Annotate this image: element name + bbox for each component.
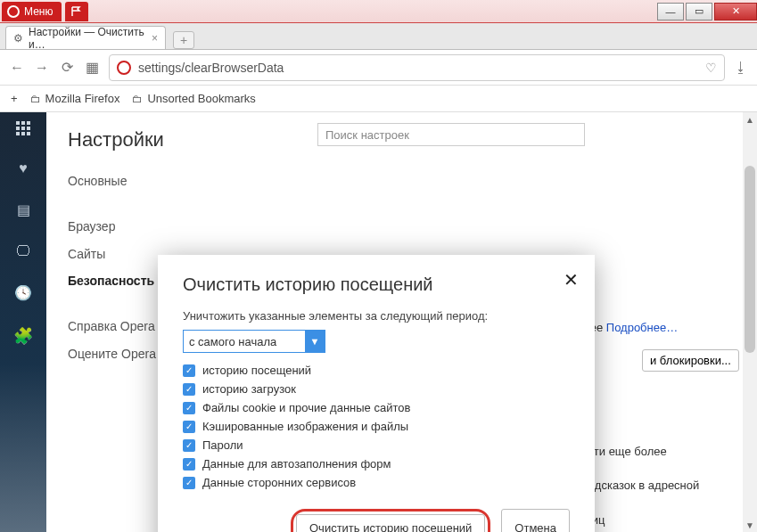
content-area: ♥ ▤ 🖵 🕓 🧩 Настройки Поиск настроек Основ… <box>0 112 757 532</box>
history-icon[interactable]: 🕓 <box>14 284 32 301</box>
option-passwords[interactable]: ✓Пароли <box>183 438 570 452</box>
folder-icon: 🗀 <box>30 93 41 105</box>
opera-badge-icon <box>117 61 131 75</box>
close-button[interactable]: ✕ <box>714 3 757 20</box>
screen-icon[interactable]: 🖵 <box>16 243 30 259</box>
extensions-icon[interactable]: 🧩 <box>13 326 33 346</box>
tab-close-icon[interactable]: × <box>152 32 158 45</box>
option-browsing-history[interactable]: ✓историю посещений <box>183 364 570 377</box>
new-tab-button[interactable]: + <box>173 31 194 49</box>
app-menu-button[interactable]: Меню <box>2 2 62 21</box>
dialog-title: Очистить историю посещений <box>183 274 570 295</box>
time-period-select[interactable]: с самого начала ▼ <box>183 330 325 353</box>
speed-dial-flag-button[interactable] <box>65 2 88 21</box>
forward-button[interactable]: → <box>34 60 50 76</box>
option-autofill[interactable]: ✓Данные для автозаполнения форм <box>183 457 570 471</box>
scrollbar[interactable]: ▲ ▼ <box>743 112 757 532</box>
cancel-button[interactable]: Отмена <box>501 509 570 532</box>
address-text: settings/clearBrowserData <box>138 61 284 75</box>
more-link[interactable]: Подробнее… <box>606 321 678 334</box>
chevron-down-icon: ▼ <box>305 331 325 352</box>
scroll-down-arrow[interactable]: ▼ <box>743 518 757 532</box>
checkbox-checked-icon: ✓ <box>183 439 195 452</box>
window-titlebar: Меню — ▭ ✕ <box>0 0 757 23</box>
start-page-button[interactable]: ▦ <box>84 59 100 76</box>
checkbox-checked-icon: ✓ <box>183 421 195 433</box>
nav-basic[interactable]: Основные <box>68 168 736 195</box>
checkbox-checked-icon: ✓ <box>183 458 195 471</box>
reload-button[interactable]: ⟳ <box>59 59 75 76</box>
address-bar[interactable]: settings/clearBrowserData ♡ <box>109 54 725 81</box>
menu-label: Меню <box>24 5 53 18</box>
navigation-bar: ← → ⟳ ▦ settings/clearBrowserData ♡ ⭳ <box>0 50 757 86</box>
nav-browser[interactable]: Браузер <box>68 213 736 241</box>
folder-icon: 🗀 <box>132 93 143 105</box>
vertical-sidebar: ♥ ▤ 🖵 🕓 🧩 <box>0 112 46 532</box>
option-download-history[interactable]: ✓историю загрузок <box>183 382 570 396</box>
scroll-thumb[interactable] <box>745 166 755 353</box>
bookmarks-bar: + 🗀Mozilla Firefox 🗀Unsorted Bookmarks <box>0 86 757 112</box>
dialog-subtitle: Уничтожить указанные элементы за следующ… <box>183 309 570 323</box>
block-exceptions-button[interactable]: и блокировки... <box>642 349 739 372</box>
option-third-party[interactable]: ✓Данные сторонних сервисов <box>183 476 570 489</box>
news-icon[interactable]: ▤ <box>17 201 30 218</box>
scroll-up-arrow[interactable]: ▲ <box>743 112 757 127</box>
back-button[interactable]: ← <box>9 60 25 76</box>
opera-logo-icon <box>7 5 20 18</box>
dialog-close-button[interactable]: ✕ <box>564 269 579 291</box>
flag-icon <box>71 6 82 17</box>
dialog-buttons: Очистить историю посещений Отмена <box>183 509 570 532</box>
add-bookmark-button[interactable]: + <box>11 92 18 105</box>
maximize-button[interactable]: ▭ <box>686 3 712 20</box>
downloads-button[interactable]: ⭳ <box>734 60 748 76</box>
speed-dial-icon[interactable] <box>16 121 30 135</box>
checkbox-checked-icon: ✓ <box>183 364 195 377</box>
clear-history-button[interactable]: Очистить историю посещений <box>296 514 485 532</box>
option-cookies[interactable]: ✓Файлы cookie и прочие данные сайтов <box>183 401 570 414</box>
browser-tab[interactable]: ⚙ Настройки — Очистить и… × <box>5 26 166 49</box>
settings-search-input[interactable]: Поиск настроек <box>317 123 585 146</box>
checkbox-checked-icon: ✓ <box>183 402 195 414</box>
clear-history-dialog: ✕ Очистить историю посещений Уничтожить … <box>158 255 595 532</box>
tab-strip: ⚙ Настройки — Очистить и… × + <box>0 23 757 50</box>
bookmark-folder[interactable]: 🗀Mozilla Firefox <box>30 92 120 105</box>
heart-icon[interactable]: ♥ <box>19 160 28 176</box>
checkbox-checked-icon: ✓ <box>183 477 195 489</box>
option-cached-images[interactable]: ✓Кэшированные изображения и файлы <box>183 420 570 433</box>
bookmark-folder[interactable]: 🗀Unsorted Bookmarks <box>132 92 255 105</box>
gear-icon: ⚙ <box>13 32 23 45</box>
bookmark-heart-icon[interactable]: ♡ <box>705 61 717 75</box>
tab-title: Настройки — Очистить и… <box>29 26 144 51</box>
highlight-annotation: Очистить историю посещений <box>291 509 490 532</box>
checkbox-list: ✓историю посещений ✓историю загрузок ✓Фа… <box>183 364 570 489</box>
minimize-button[interactable]: — <box>657 3 684 20</box>
window-controls: — ▭ ✕ <box>655 3 757 20</box>
checkbox-checked-icon: ✓ <box>183 383 195 396</box>
